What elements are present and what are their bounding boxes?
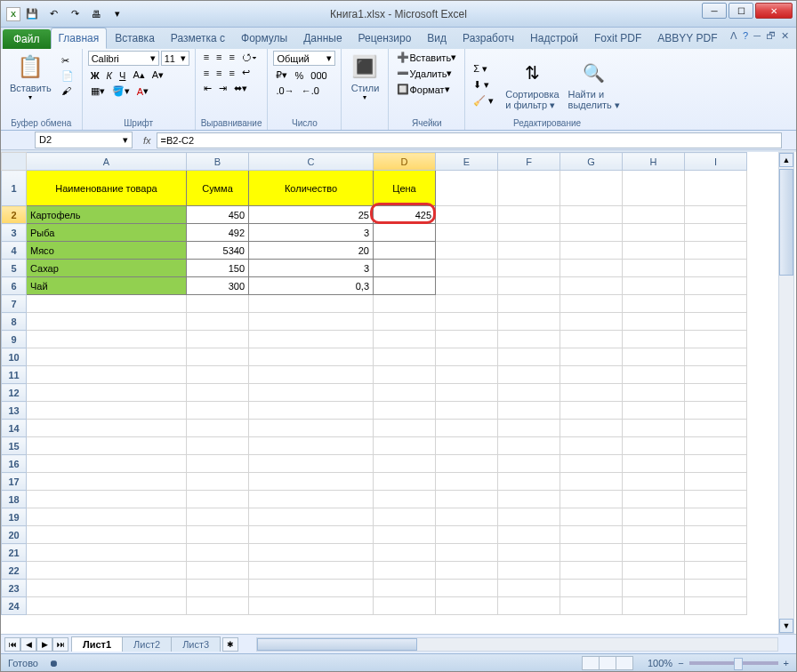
cell-I9[interactable] — [685, 331, 747, 348]
cell-D21[interactable] — [374, 544, 436, 562]
cell-A13[interactable] — [27, 402, 187, 420]
cell-A4[interactable]: Мясо — [27, 242, 187, 260]
qat-save-icon[interactable]: 💾 — [22, 4, 42, 24]
cell-F24[interactable] — [498, 597, 560, 615]
cell-D5[interactable] — [374, 260, 436, 277]
cell-D11[interactable] — [374, 366, 436, 384]
col-header-D[interactable]: D — [374, 153, 436, 171]
horizontal-scrollbar[interactable] — [256, 637, 778, 652]
cell-C22[interactable] — [249, 562, 374, 580]
cell-I8[interactable] — [685, 313, 747, 331]
cell-I18[interactable] — [685, 491, 747, 508]
cell-D19[interactable] — [374, 508, 436, 526]
cell-A10[interactable] — [27, 348, 187, 366]
cell-H8[interactable] — [623, 313, 685, 331]
font-size-combo[interactable]: 11▾ — [161, 51, 189, 66]
cell-G12[interactable] — [560, 384, 623, 402]
cell-C3[interactable]: 3 — [249, 224, 374, 242]
cell-I23[interactable] — [685, 580, 747, 597]
sort-filter-button[interactable]: ⇅ Сортировкаи фильтр ▾ — [502, 57, 562, 113]
cell-I16[interactable] — [685, 455, 747, 473]
cell-H12[interactable] — [623, 384, 685, 402]
cell-G21[interactable] — [560, 544, 623, 562]
cell-D13[interactable] — [374, 402, 436, 420]
cell-E24[interactable] — [436, 597, 498, 615]
cell-E22[interactable] — [436, 562, 498, 580]
cell-C24[interactable] — [249, 597, 374, 615]
tab-addins[interactable]: Надстрой — [522, 28, 586, 49]
vertical-scrollbar[interactable]: ▲ ▼ — [778, 152, 794, 634]
cell-E3[interactable] — [436, 224, 498, 242]
tab-formulas[interactable]: Формулы — [233, 28, 295, 49]
cell-B8[interactable] — [187, 313, 249, 331]
cell-E19[interactable] — [436, 508, 498, 526]
file-tab[interactable]: Файл — [3, 29, 51, 49]
decrease-decimal-button[interactable]: ←.0 — [299, 84, 322, 97]
cell-E1[interactable] — [436, 171, 498, 206]
cell-B17[interactable] — [187, 473, 249, 491]
cell-G8[interactable] — [560, 313, 623, 331]
cell-I11[interactable] — [685, 366, 747, 384]
cell-B2[interactable]: 450 — [187, 206, 249, 224]
row-header-16[interactable]: 16 — [2, 455, 27, 473]
cell-E12[interactable] — [436, 384, 498, 402]
hscroll-thumb[interactable] — [257, 638, 417, 651]
cell-G19[interactable] — [560, 508, 623, 526]
cell-E18[interactable] — [436, 491, 498, 508]
col-header-B[interactable]: B — [187, 153, 249, 171]
vscroll-thumb[interactable] — [779, 169, 793, 276]
fx-button[interactable]: fx — [138, 135, 157, 146]
find-select-button[interactable]: 🔍 Найти ивыделить ▾ — [565, 57, 624, 113]
cell-E20[interactable] — [436, 526, 498, 544]
cell-F21[interactable] — [498, 544, 560, 562]
cell-C23[interactable] — [249, 580, 374, 597]
cell-E23[interactable] — [436, 580, 498, 597]
align-middle-button[interactable]: ≡ — [213, 51, 224, 63]
cell-G14[interactable] — [560, 420, 623, 437]
cell-G6[interactable] — [560, 277, 623, 295]
row-header-17[interactable]: 17 — [2, 473, 27, 491]
cell-H17[interactable] — [623, 473, 685, 491]
cell-B13[interactable] — [187, 402, 249, 420]
cell-H11[interactable] — [623, 366, 685, 384]
cell-H1[interactable] — [623, 171, 685, 206]
cell-D4[interactable] — [374, 242, 436, 260]
sheet-nav-prev[interactable]: ◀ — [20, 637, 36, 652]
cell-A5[interactable]: Сахар — [27, 260, 187, 277]
close-button[interactable]: ✕ — [755, 3, 793, 19]
qat-print-icon[interactable]: 🖶 — [86, 4, 106, 24]
increase-decimal-button[interactable]: .0→ — [273, 84, 296, 97]
cell-D15[interactable] — [374, 437, 436, 455]
cell-I6[interactable] — [685, 277, 747, 295]
cell-B22[interactable] — [187, 562, 249, 580]
cell-A15[interactable] — [27, 437, 187, 455]
cell-H6[interactable] — [623, 277, 685, 295]
cell-F10[interactable] — [498, 348, 560, 366]
col-header-C[interactable]: C — [249, 153, 374, 171]
row-header-20[interactable]: 20 — [2, 526, 27, 544]
font-name-combo[interactable]: Calibri▾ — [88, 51, 159, 66]
cell-G20[interactable] — [560, 526, 623, 544]
tab-review[interactable]: Рецензиро — [350, 28, 420, 49]
cell-B24[interactable] — [187, 597, 249, 615]
cell-F15[interactable] — [498, 437, 560, 455]
cell-E10[interactable] — [436, 348, 498, 366]
cell-C13[interactable] — [249, 402, 374, 420]
align-right-button[interactable]: ≡ — [226, 67, 237, 79]
cell-E8[interactable] — [436, 313, 498, 331]
row-header-6[interactable]: 6 — [2, 277, 27, 295]
cell-F18[interactable] — [498, 491, 560, 508]
cell-I12[interactable] — [685, 384, 747, 402]
col-header-G[interactable]: G — [560, 153, 623, 171]
cell-A23[interactable] — [27, 580, 187, 597]
cell-A17[interactable] — [27, 473, 187, 491]
cell-G10[interactable] — [560, 348, 623, 366]
cell-C21[interactable] — [249, 544, 374, 562]
underline-button[interactable]: Ч — [117, 69, 128, 82]
cell-A14[interactable] — [27, 420, 187, 437]
currency-button[interactable]: ₽▾ — [273, 68, 290, 82]
shrink-font-button[interactable]: A▾ — [149, 68, 166, 82]
doc-restore-icon[interactable]: 🗗 — [766, 30, 776, 42]
macro-record-icon[interactable]: ⏺ — [49, 658, 59, 668]
cell-C10[interactable] — [249, 348, 374, 366]
